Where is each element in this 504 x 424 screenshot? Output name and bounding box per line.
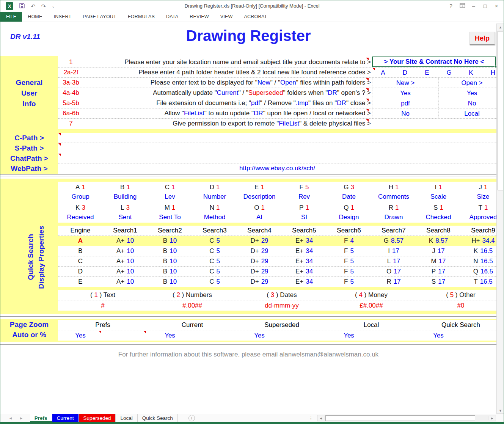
webpath-cell[interactable]: http://www.ebay.co.uk/sch/ [58,163,496,174]
display-property-P[interactable]: P1SI [282,202,327,223]
ribbon-tab-review[interactable]: REVIEW [184,12,215,22]
qs-engine-cell[interactable]: D [58,268,103,275]
qs-value-cell[interactable]: E+34 [282,278,327,286]
pagezoom-value-cell[interactable]: Yes [58,332,148,339]
pagezoom-value-cell[interactable]: Yes [327,332,416,339]
sheet-tab-quick-search[interactable]: Quick Search [138,414,178,422]
display-property-A[interactable]: A1Group [58,182,103,202]
format-value[interactable]: # [58,302,148,309]
qs-value-cell[interactable]: F5 [327,258,371,265]
help-button[interactable]: Help [469,32,495,45]
qs-value-cell[interactable]: D+29 [237,237,282,245]
qs-value-cell[interactable]: A+10 [103,278,148,286]
local-networked-cell[interactable]: Local [438,109,504,119]
qs-value-cell[interactable]: A+10 [103,237,148,245]
scroll-up-icon[interactable]: ▲ [497,24,504,30]
ribbon-tab-data[interactable]: DATA [160,12,184,22]
close-icon[interactable]: × [491,3,502,9]
qs-value-cell[interactable]: K16.5 [461,247,496,255]
qs-value-cell[interactable]: R17 [371,278,416,286]
qs-value-cell[interactable]: B10 [148,268,192,275]
format-value[interactable]: £#.00## [327,302,416,309]
display-property-J[interactable]: J1Size [461,182,496,202]
qs-value-cell[interactable]: N16.5 [461,258,496,265]
qs-value-cell[interactable]: T16.5 [461,278,496,286]
chatpath-cell[interactable] [58,153,496,163]
qs-value-cell[interactable]: B10 [148,237,192,245]
qs-value-cell[interactable]: D+29 [237,247,282,255]
display-property-B[interactable]: B1Building [103,182,148,202]
qs-value-cell[interactable]: A+10 [103,247,148,255]
sheet-tab-local[interactable]: Local [116,414,137,422]
qs-value-cell[interactable]: C5 [192,258,237,265]
display-property-H[interactable]: H1Comments [371,182,416,202]
qs-value-cell[interactable]: A+10 [103,258,148,265]
display-property-D[interactable]: D1Number [192,182,237,202]
display-property-S[interactable]: S1Checked [416,202,461,223]
s-path-cell[interactable] [58,143,496,153]
scroll-right-icon[interactable]: ► [488,416,496,420]
tab-splitter-icon[interactable]: ⋮ [309,416,313,421]
path-letter-cell[interactable]: E [416,68,438,78]
remove-tmp-cell[interactable]: No [438,99,504,108]
qs-engine-cell[interactable]: E [58,278,103,286]
format-value[interactable]: #0 [416,302,504,309]
auto-update-current-cell[interactable]: Yes [372,88,438,98]
qs-value-cell[interactable]: C5 [192,268,237,275]
new-sheet-icon[interactable]: + [188,415,195,421]
webpath-url[interactable]: http://www.ebay.co.uk/sch/ [58,163,496,173]
qs-value-cell[interactable]: B10 [148,258,192,265]
auto-update-superseded-cell[interactable]: Yes [438,88,504,98]
display-property-G[interactable]: G3Date [327,182,371,202]
qs-value-cell[interactable]: S17 [416,278,461,286]
path-letter-cell[interactable]: G [438,68,460,78]
qs-value-cell[interactable]: F5 [327,278,371,286]
qs-value-cell[interactable]: P17 [416,268,461,275]
qs-value-cell[interactable]: F4 [327,237,371,245]
qs-value-cell[interactable]: D+29 [237,258,282,265]
new-text-cell[interactable]: New > [372,78,438,88]
maximize-icon[interactable]: □ [479,3,491,9]
ribbon-tab-home[interactable]: HOME [22,12,48,22]
sheet-tab-prefs[interactable]: Prefs [30,414,52,422]
horizontal-scrollbar-thumb[interactable] [325,415,475,421]
help-icon[interactable]: ? [445,3,457,9]
scroll-left-icon[interactable]: ◄ [317,416,325,420]
qs-value-cell[interactable]: J17 [416,247,461,255]
format-value[interactable]: #.00## [148,302,237,309]
qs-value-cell[interactable]: E+34 [282,247,327,255]
display-property-C[interactable]: C1Lev [148,182,192,202]
qs-engine-cell[interactable]: A [58,237,103,245]
ribbon-tab-formulas[interactable]: FORMULAS [122,12,160,22]
scroll-down-icon[interactable]: ▼ [497,407,504,414]
qs-value-cell[interactable]: H+34.4 [461,237,496,245]
qs-value-cell[interactable]: D+29 [237,278,282,286]
ribbon-tab-page-layout[interactable]: PAGE LAYOUT [77,12,122,22]
display-property-O[interactable]: O1AI [237,202,282,223]
ribbon-tab-file[interactable]: FILE [0,12,22,22]
ribbon-tab-insert[interactable]: INSERT [48,12,77,22]
display-property-L[interactable]: L3Sent [103,202,148,223]
qs-value-cell[interactable]: C5 [192,247,237,255]
qs-value-cell[interactable]: A+10 [103,268,148,275]
path-letter-cell[interactable]: D [394,68,416,78]
pagezoom-value-cell[interactable]: Yes [237,332,327,339]
selected-cell-site-title[interactable]: > Your Site & Contract No Here < [372,57,496,67]
qs-value-cell[interactable]: F5 [327,247,371,255]
display-property-K[interactable]: K3Received [58,202,103,223]
format-value[interactable]: dd-mmm-yy [237,302,327,309]
qs-engine-cell[interactable]: B [58,247,103,255]
display-property-Q[interactable]: Q1Design [327,202,371,223]
vertical-scrollbar-thumb[interactable] [498,31,503,190]
pagezoom-value-cell[interactable]: Yes [148,332,237,339]
file-extension-cell[interactable]: pdf [372,99,438,108]
open-text-cell[interactable]: Open > [438,78,504,88]
sheet-tab-current[interactable]: Current [52,414,79,422]
pagezoom-value-cell[interactable]: Yes [416,332,504,339]
path-letter-cell[interactable]: K [460,68,482,78]
qs-engine-cell[interactable]: C [58,258,103,265]
display-property-T[interactable]: T1Approved [461,202,496,223]
qs-value-cell[interactable]: C5 [192,278,237,286]
c-path-cell[interactable] [58,133,496,143]
qs-value-cell[interactable]: E+34 [282,237,327,245]
